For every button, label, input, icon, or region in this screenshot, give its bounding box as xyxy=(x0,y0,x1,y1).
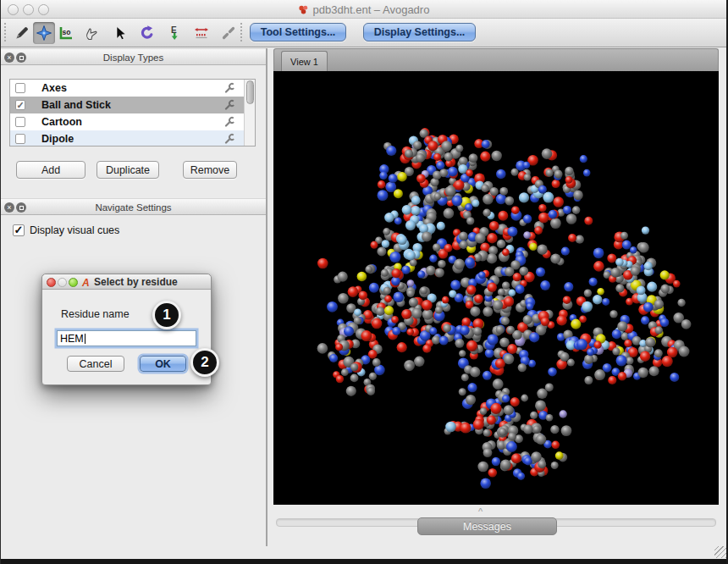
display-settings-button[interactable]: Display Settings... xyxy=(363,23,476,41)
cartoon-checkbox[interactable] xyxy=(15,117,25,127)
annotation-badge-2: 2 xyxy=(190,348,219,377)
ok-button[interactable]: OK xyxy=(140,356,186,372)
cursor-arrow-icon xyxy=(112,25,129,41)
ball-and-stick-checkbox[interactable]: ✓ xyxy=(15,100,25,110)
auto-rotate-tool-button[interactable] xyxy=(136,22,158,44)
display-type-row-cartoon[interactable]: Cartoon xyxy=(10,113,255,130)
axes-checkbox[interactable] xyxy=(15,83,25,93)
tab-view-1[interactable]: View 1 xyxy=(281,51,328,72)
wrench-icon[interactable] xyxy=(223,99,234,110)
window-bottom-edge xyxy=(1,559,726,564)
draw-tool-button[interactable] xyxy=(11,22,33,44)
display-type-row-ball-and-stick[interactable]: ✓ Ball and Stick xyxy=(10,97,255,113)
panel-splitter[interactable] xyxy=(266,48,267,546)
avogadro-app-icon xyxy=(298,4,309,15)
remove-button[interactable]: Remove xyxy=(183,161,237,179)
auto-optimize-tool-button[interactable]: E xyxy=(163,22,185,44)
wrench-icon[interactable] xyxy=(223,116,234,127)
hand-icon xyxy=(83,25,100,41)
wrench-icon[interactable] xyxy=(223,82,234,93)
residue-name-input[interactable]: HEM xyxy=(57,330,196,346)
display-visual-cues-checkbox[interactable]: ✓ xyxy=(13,224,25,236)
display-type-row-axes[interactable]: Axes xyxy=(10,80,255,97)
list-scrollbar[interactable] xyxy=(244,80,255,146)
title-bar: pdb3dht.ent – Avogadro xyxy=(1,0,726,19)
toolbar-handle[interactable] xyxy=(4,23,6,43)
wrench-icon[interactable] xyxy=(223,133,234,144)
rotate-icon xyxy=(139,25,156,41)
svg-text:so: so xyxy=(63,28,71,36)
toolbar: so E xyxy=(1,19,726,47)
collapse-caret-icon[interactable]: ^ xyxy=(478,506,483,517)
resize-grip[interactable] xyxy=(714,546,726,558)
add-button[interactable]: Add xyxy=(16,161,85,179)
display-types-list: Axes ✓ Ball and Stick Cartoon Dipole xyxy=(9,79,256,147)
molecule-render xyxy=(273,71,719,505)
navigate-settings-title: Navigate Settings xyxy=(1,199,266,216)
display-types-title: Display Types xyxy=(1,49,266,66)
display-types-header: × Display Types xyxy=(1,48,266,65)
molecule-viewport[interactable] xyxy=(273,71,719,505)
measure-tool-button[interactable] xyxy=(190,22,212,44)
messages-button[interactable]: Messages xyxy=(417,517,557,535)
align-tool-button[interactable] xyxy=(218,22,240,44)
duplicate-button[interactable]: Duplicate xyxy=(97,161,159,179)
manipulate-tool-button[interactable] xyxy=(80,22,102,44)
dialog-zoom-button[interactable] xyxy=(69,278,78,287)
tool-settings-button[interactable]: Tool Settings... xyxy=(250,23,346,41)
dialog-title: Select by residue xyxy=(94,276,178,288)
scrollbar-thumb[interactable] xyxy=(246,80,254,104)
avogadro-dialog-icon: A xyxy=(82,277,90,289)
optimize-icon: E xyxy=(166,25,183,41)
cancel-button[interactable]: Cancel xyxy=(67,356,124,372)
navigate-settings-header: × Navigate Settings xyxy=(1,198,266,215)
pencil-icon xyxy=(14,25,30,41)
selection-tool-button[interactable] xyxy=(109,22,131,44)
navigate-star-icon xyxy=(36,25,52,41)
toolbar-separator xyxy=(240,23,242,43)
select-by-residue-dialog: A Select by residue Residue name HEM Can… xyxy=(41,274,212,385)
view-tab-bar: View 1 xyxy=(273,48,719,71)
annotation-badge-1: 1 xyxy=(152,301,181,329)
residue-name-label: Residue name xyxy=(61,308,130,320)
bond-centric-icon: so xyxy=(58,25,74,41)
window-title: pdb3dht.ent – Avogadro xyxy=(313,3,430,16)
display-visual-cues-label: Display visual cues xyxy=(30,224,119,236)
measure-icon xyxy=(193,25,210,41)
dialog-close-button[interactable] xyxy=(47,278,56,287)
align-icon xyxy=(220,25,237,41)
display-type-row-dipole[interactable]: Dipole xyxy=(10,130,255,147)
app-window: pdb3dht.ent – Avogadro so xyxy=(0,0,728,564)
dialog-minimize-button[interactable] xyxy=(58,278,67,287)
dipole-checkbox[interactable] xyxy=(15,134,25,144)
text-caret xyxy=(85,334,85,344)
dialog-title-bar: A Select by residue xyxy=(42,274,211,290)
navigate-tool-button[interactable] xyxy=(33,22,55,44)
bond-centric-tool-button[interactable]: so xyxy=(55,22,77,44)
